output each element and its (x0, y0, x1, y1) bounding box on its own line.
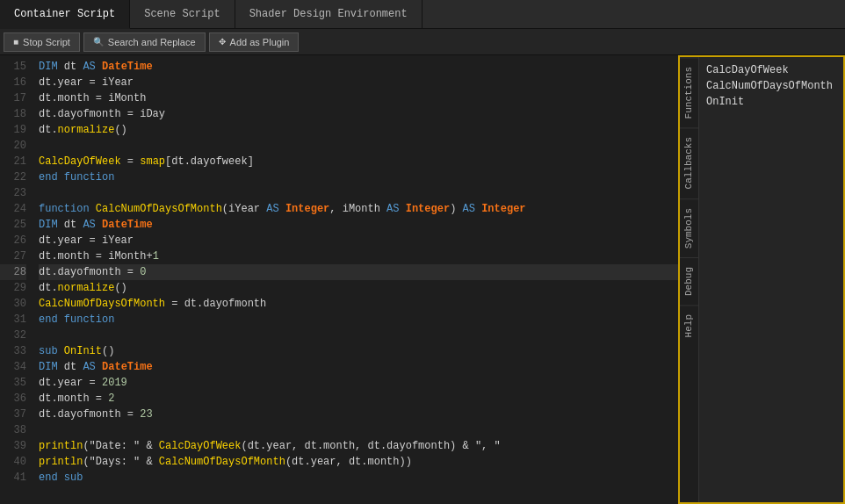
code-line (39, 138, 678, 154)
stop-icon: ■ (13, 37, 18, 47)
toolbar: ■ Stop Script 🔍 Search and Replace ✥ Add… (0, 29, 845, 55)
line-number: 29 (0, 280, 26, 296)
line-number: 35 (0, 375, 26, 391)
code-line: CalcDayOfWeek = smap[dt.dayofweek] (39, 154, 678, 169)
line-number: 25 (0, 217, 26, 233)
add-plugin-button[interactable]: ✥ Add as Plugin (209, 32, 300, 52)
code-line: dt.year = iYear (39, 233, 678, 248)
line-number: 23 (0, 185, 26, 201)
title-bar: Container Script Scene Script Shader Des… (0, 0, 845, 29)
code-line: dt.normalize() (39, 280, 678, 296)
search-label: Search and Replace (108, 37, 196, 47)
code-line: println("Days: " & CalcNumOfDaysOfMonth(… (39, 454, 678, 470)
code-line: dt.month = iMonth (39, 90, 678, 106)
line-number: 18 (0, 106, 26, 122)
line-number: 41 (0, 470, 26, 486)
line-number: 40 (0, 454, 26, 470)
sidebar-tab-callbacks[interactable]: Callbacks (680, 127, 698, 198)
sidebar-function-item[interactable]: CalcDayOfWeek (703, 62, 840, 78)
code-line: dt.year = iYear (39, 75, 678, 90)
line-number: 33 (0, 343, 26, 359)
sidebar-tab-help[interactable]: Help (680, 305, 698, 346)
code-editor: 1516171819202122232425262728293031323334… (0, 55, 678, 504)
code-line (39, 328, 678, 343)
code-line: end sub (39, 470, 678, 486)
sidebar-function-item[interactable]: CalcNumOfDaysOfMonth (703, 78, 840, 94)
code-line: dt.dayofmonth = 23 (39, 407, 678, 422)
code-line: DIM dt AS DateTime (39, 217, 678, 233)
line-number: 32 (0, 328, 26, 343)
line-number: 16 (0, 75, 26, 90)
line-number: 36 (0, 391, 26, 407)
code-line: function CalcNumOfDaysOfMonth(iYear AS I… (39, 201, 678, 217)
tab-shader-design[interactable]: Shader Design Environment (235, 0, 422, 29)
line-number: 21 (0, 154, 26, 169)
line-number: 39 (0, 438, 26, 454)
line-number: 15 (0, 59, 26, 75)
line-number: 24 (0, 201, 26, 217)
sidebar-tab-debug[interactable]: Debug (680, 257, 698, 305)
code-line: end function (39, 169, 678, 185)
code-line: sub OnInit() (39, 343, 678, 359)
code-line: println("Date: " & CalcDayOfWeek(dt.year… (39, 438, 678, 454)
plugin-icon: ✥ (219, 37, 226, 47)
functions-list: CalcDayOfWeekCalcNumOfDaysOfMonthOnInit (703, 62, 840, 110)
line-numbers: 1516171819202122232425262728293031323334… (0, 55, 32, 504)
line-number: 26 (0, 233, 26, 248)
stop-script-button[interactable]: ■ Stop Script (4, 32, 80, 52)
code-lines: DIM dt AS DateTime dt.year = iYear dt.mo… (32, 55, 678, 504)
code-line: CalcNumOfDaysOfMonth = dt.dayofmonth (39, 296, 678, 312)
sidebar-content: CalcDayOfWeekCalcNumOfDaysOfMonthOnInit (699, 57, 843, 502)
line-number: 38 (0, 422, 26, 438)
code-line: dt.year = 2019 (39, 375, 678, 391)
code-area[interactable]: 1516171819202122232425262728293031323334… (0, 55, 678, 504)
plugin-label: Add as Plugin (230, 37, 290, 47)
line-number: 20 (0, 138, 26, 154)
sidebar-functions-section: CalcDayOfWeekCalcNumOfDaysOfMonthOnInit (703, 62, 840, 110)
search-icon: 🔍 (93, 37, 104, 47)
line-number: 37 (0, 407, 26, 422)
line-number: 22 (0, 169, 26, 185)
code-line (39, 185, 678, 201)
line-number: 19 (0, 122, 26, 138)
search-replace-button[interactable]: 🔍 Search and Replace (83, 32, 206, 52)
line-number: 28 (0, 264, 26, 280)
code-line: dt.dayofmonth = 0 (39, 264, 678, 280)
sidebar-function-item[interactable]: OnInit (703, 94, 840, 110)
code-line: dt.dayofmonth = iDay (39, 106, 678, 122)
main-layout: 1516171819202122232425262728293031323334… (0, 55, 845, 504)
code-line: DIM dt AS DateTime (39, 359, 678, 375)
code-line: DIM dt AS DateTime (39, 59, 678, 75)
line-number: 34 (0, 359, 26, 375)
code-line: end function (39, 312, 678, 328)
sidebar-tab-functions[interactable]: Functions (680, 57, 698, 127)
line-number: 17 (0, 90, 26, 106)
tab-scene-script[interactable]: Scene Script (130, 0, 235, 29)
right-sidebar: Functions Callbacks Symbols Debug Help C… (678, 55, 845, 504)
code-line (39, 422, 678, 438)
stop-label: Stop Script (23, 37, 70, 47)
code-line: dt.month = iMonth+1 (39, 248, 678, 264)
code-line: dt.normalize() (39, 122, 678, 138)
line-number: 27 (0, 248, 26, 264)
code-line: dt.month = 2 (39, 391, 678, 407)
line-number: 31 (0, 312, 26, 328)
tab-container-script[interactable]: Container Script (0, 0, 130, 29)
line-number: 30 (0, 296, 26, 312)
sidebar-tab-symbols[interactable]: Symbols (680, 198, 698, 257)
sidebar-tab-list: Functions Callbacks Symbols Debug Help (680, 57, 699, 502)
